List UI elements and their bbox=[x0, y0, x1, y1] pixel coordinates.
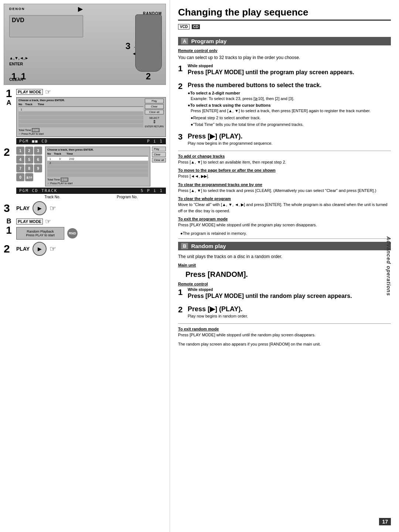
stepb2-text: Press [▶] (PLAY). bbox=[188, 305, 391, 313]
move-page-section: To move to the page before or after the … bbox=[178, 168, 391, 179]
divider-1 bbox=[178, 151, 391, 151]
select-label: SELECT bbox=[145, 117, 164, 119]
section-b-note: The random play screen also appears if y… bbox=[178, 341, 391, 347]
hand-icon-b: ☞ bbox=[45, 217, 51, 226]
total-time-label-2: Total Time bbox=[47, 178, 60, 181]
step1-num: 1 bbox=[6, 88, 12, 99]
btn-play-2[interactable]: Play bbox=[152, 147, 166, 151]
main-unit-label: Main unit bbox=[178, 263, 391, 267]
denon-label: DENON bbox=[9, 7, 25, 11]
right-step2-num: 2 bbox=[178, 82, 185, 91]
exit-random-text: Press [PLAY MODE] while stopped until th… bbox=[178, 332, 391, 338]
num-3-label: 3 bbox=[126, 41, 130, 51]
cd-badge: CD bbox=[192, 24, 200, 29]
advanced-ops-label: Advanced operations bbox=[385, 236, 391, 296]
step-b2-section: 2 PLAY ▶ ☞ bbox=[4, 242, 166, 256]
step2-num: 2 bbox=[4, 147, 14, 158]
col-no-2: No bbox=[47, 152, 53, 155]
clear-one-section: To clear the programmed tracks one by on… bbox=[178, 182, 391, 194]
btn-clear-2[interactable]: Clear bbox=[152, 152, 166, 157]
exit-program-note: ●The program is retained in memory. bbox=[178, 231, 391, 236]
section-a-title: Program play bbox=[191, 38, 226, 44]
btn-play-1[interactable]: Play bbox=[145, 99, 164, 103]
play-circle-btn-2[interactable]: ▶ bbox=[33, 242, 47, 256]
section-a-header: A Program play bbox=[178, 37, 391, 45]
page-title: Changing the play sequence bbox=[178, 7, 391, 21]
play-mode-screen-2: Choose a track, then press ENTER. No Tra… bbox=[45, 147, 150, 186]
stepB-num: 1 bbox=[6, 225, 12, 236]
move-page-text: Press [◄◄, ▶▶]. bbox=[178, 173, 391, 179]
section-a-intro: You can select up to 32 tracks to play i… bbox=[178, 54, 391, 61]
play-label-b: PLAY bbox=[16, 246, 30, 252]
row1-no: 1 bbox=[47, 158, 53, 160]
divider-3 bbox=[178, 323, 391, 324]
step3-num: 3 bbox=[4, 202, 14, 214]
num2r-label: 2 bbox=[146, 71, 151, 82]
while-stopped-b1: While stopped bbox=[188, 288, 391, 292]
bullet1-header: ●To select a 2-digit number bbox=[188, 91, 391, 95]
row1-track: 3 bbox=[54, 158, 66, 160]
section-b-letter: B bbox=[181, 243, 188, 249]
play-mode-label-b: PLAY MODE bbox=[16, 219, 43, 224]
btn-8[interactable]: 8 bbox=[25, 164, 33, 172]
clear-one-text: Press [▲, ▼] to select the track and pre… bbox=[178, 188, 391, 194]
col-no-1: No bbox=[18, 103, 24, 106]
section-b-intro: The unit plays the tracks on a disc in a… bbox=[178, 253, 391, 260]
play-hand-2: ☞ bbox=[50, 244, 56, 253]
btn-2[interactable]: 2 bbox=[25, 147, 33, 155]
btn-9[interactable]: 9 bbox=[34, 164, 42, 172]
step3-subtext: Play now begins in the programmed sequen… bbox=[188, 141, 391, 145]
vcd-badge: VCD bbox=[178, 24, 190, 30]
bullet4: ●"Total Time" tells you the total time o… bbox=[188, 121, 391, 128]
play-circle-btn-1[interactable]: ▶ bbox=[33, 201, 47, 215]
btn-clear-1[interactable]: Clear bbox=[145, 104, 164, 109]
bullet3: ●Repeat step 2 to select another track. bbox=[188, 115, 391, 121]
add-change-header: To add or change tracks bbox=[178, 154, 391, 158]
clear-whole-text: Move to "Clear all" with [▲, ▼, ◄, ▶] an… bbox=[178, 202, 391, 214]
btn-5[interactable]: 5 bbox=[25, 155, 33, 164]
step2-main-text: Press the numbered buttons to select the… bbox=[188, 82, 391, 89]
exit-program-section: To exit the program mode Press [PLAY MOD… bbox=[178, 217, 391, 236]
total-time-val-1: 0:00 bbox=[32, 128, 40, 132]
enter-label: ENTER bbox=[9, 62, 23, 66]
total-time-val-2: 2:02 bbox=[61, 178, 68, 182]
bullet2-header: ●To select a track using the cursor butt… bbox=[188, 103, 391, 107]
btn-clearall-1[interactable]: Clear all bbox=[145, 110, 164, 114]
bullet2-text: Press [ENTER] and [▲, ▼] to select a tra… bbox=[188, 108, 391, 114]
exit-random-section: To exit random mode Press [PLAY MODE] wh… bbox=[178, 327, 391, 338]
btn-6[interactable]: 6 bbox=[34, 155, 42, 164]
right-stepb2: 2 Press [▶] (PLAY). Play now begins in r… bbox=[178, 305, 391, 320]
btn-4[interactable]: 4 bbox=[16, 155, 24, 164]
prog-no-label: Program No. bbox=[117, 195, 138, 199]
btn-0[interactable]: 0 bbox=[16, 173, 24, 181]
screen-instruction-1: Choose a track, then press ENTER. bbox=[18, 99, 143, 102]
step-a1-section: 1 A PLAY MODE ☞ Choose a track, then pre… bbox=[4, 88, 166, 144]
press-play-1: ☞ Press PLAY to start bbox=[18, 133, 143, 135]
press-random: Press [RANDOM]. bbox=[185, 270, 391, 279]
step1-letter: A bbox=[7, 99, 11, 107]
remote-control-label: Remote control bbox=[178, 282, 391, 286]
arrow-top-icon: ▶ bbox=[78, 6, 82, 13]
right-step3: 3 Press [▶] (PLAY). Play now begins in t… bbox=[178, 132, 391, 147]
press-play-2: ☞ Press PLAY to start bbox=[47, 182, 148, 185]
stepB-letter: B bbox=[7, 217, 11, 225]
pgm-display-2: PGM CD TRACK 5 P i 1 bbox=[16, 188, 166, 194]
btn-clearall-2[interactable]: Clear all bbox=[152, 158, 166, 162]
col-time-1: Time bbox=[38, 103, 48, 106]
enter-return-label: ENTER RETURN bbox=[145, 125, 164, 128]
btn-1[interactable]: 1 bbox=[16, 147, 24, 155]
right-stepb2-num: 2 bbox=[178, 305, 185, 315]
step1-main-text: Press [PLAY MODE] until the program play… bbox=[188, 69, 391, 76]
btn-7[interactable]: 7 bbox=[16, 164, 24, 172]
left-panel: ▶ RANDOM DENON DVD 3 · 2 ◄◄,▶▶ ▲,▼,◄,► E… bbox=[0, 0, 170, 532]
play-mode-label-1: PLAY MODE bbox=[16, 89, 43, 95]
while-stopped-1: While stopped bbox=[188, 64, 391, 68]
btn-3[interactable]: 3 bbox=[34, 147, 42, 155]
number-grid: 1 2 3 4 5 6 7 8 9 0 ≧10 bbox=[16, 147, 42, 181]
clear-whole-section: To clear the whole program Move to "Clea… bbox=[178, 196, 391, 214]
screen-instruction-2: Choose a track, then press ENTER. bbox=[47, 148, 148, 151]
btn-10plus[interactable]: ≧10 bbox=[25, 173, 33, 181]
exit-program-header: To exit the program mode bbox=[178, 217, 391, 221]
right-step3-num: 3 bbox=[178, 132, 185, 142]
clear-label: CLEAR bbox=[9, 77, 23, 82]
